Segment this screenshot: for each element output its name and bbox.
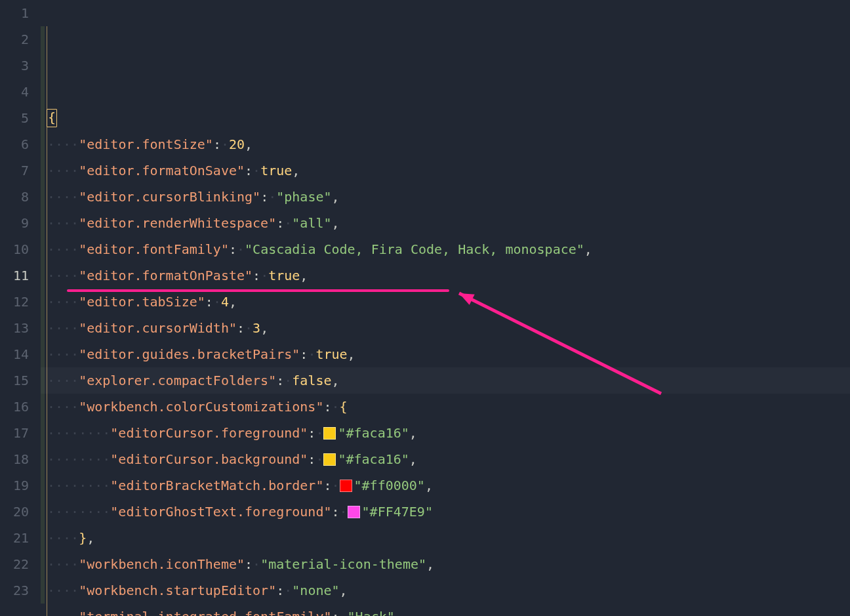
json-colon: : — [276, 210, 284, 236]
json-key: "editor.renderWhitespace" — [79, 210, 276, 236]
line-number: 23 — [0, 577, 29, 604]
line-number: 17 — [0, 420, 29, 446]
json-value: true — [260, 157, 292, 184]
json-value: "none" — [292, 577, 339, 604]
whitespace-indicator: · — [221, 131, 229, 157]
line-number: 18 — [0, 446, 29, 472]
json-comma: , — [245, 131, 253, 157]
json-value: "#faca16" — [338, 446, 409, 472]
json-comma: , — [87, 525, 94, 551]
cursor: { — [47, 109, 57, 127]
json-colon: : — [229, 236, 237, 262]
whitespace-indicator: · — [284, 367, 292, 394]
whitespace-indicator: · — [260, 262, 268, 289]
json-comma: , — [300, 262, 308, 289]
annotation-underline — [67, 289, 449, 292]
code-line[interactable]: ····"editor.cursorBlinking":·"phase", — [41, 184, 850, 210]
line-number: 13 — [0, 315, 29, 341]
color-swatch[interactable] — [323, 427, 336, 440]
code-line[interactable]: ····"editor.cursorWidth":·3, — [41, 315, 850, 341]
json-colon: : — [331, 604, 339, 616]
code-line[interactable]: ····"editor.fontSize":·20, — [41, 131, 850, 157]
whitespace-indicator: ········ — [47, 420, 110, 446]
line-number: 22 — [0, 551, 29, 577]
code-line[interactable]: ····"editor.tabSize":·4, — [41, 289, 850, 315]
code-line[interactable]: ····"terminal.integrated.fontFamily":·"H… — [41, 604, 850, 616]
line-number: 7 — [0, 157, 29, 184]
line-number: 6 — [0, 131, 29, 157]
code-line[interactable]: ····"editor.formatOnPaste":·true, — [41, 262, 850, 289]
whitespace-indicator: · — [213, 289, 221, 315]
json-value: "all" — [292, 210, 331, 236]
json-colon: : — [331, 499, 339, 525]
json-colon: : — [276, 577, 284, 604]
code-editor[interactable]: 1234567891011121314151617181920212223 {·… — [0, 0, 850, 616]
json-value: 3 — [253, 315, 260, 341]
whitespace-indicator: ···· — [47, 341, 79, 367]
json-value: false — [292, 367, 331, 394]
line-number: 4 — [0, 79, 29, 105]
whitespace-indicator: · — [253, 551, 260, 577]
whitespace-indicator: ···· — [47, 604, 79, 616]
json-value: 20 — [229, 131, 245, 157]
json-brace: } — [79, 525, 87, 551]
color-swatch[interactable] — [348, 506, 360, 518]
whitespace-indicator: ···· — [47, 394, 79, 420]
whitespace-indicator: · — [253, 157, 260, 184]
json-key: "editorBracketMatch.border" — [110, 472, 323, 499]
code-line[interactable]: ····"workbench.startupEditor":·"none", — [41, 577, 850, 604]
line-number: 16 — [0, 394, 29, 420]
code-line[interactable]: ········"editorCursor.background":·"#fac… — [41, 446, 850, 472]
line-number: 10 — [0, 236, 29, 262]
json-value: "#FF47E9" — [362, 499, 433, 525]
code-line[interactable]: ····"editor.fontFamily":·"Cascadia Code,… — [41, 236, 850, 262]
line-number: 12 — [0, 289, 29, 315]
color-swatch[interactable] — [323, 453, 336, 466]
whitespace-indicator: ········ — [47, 446, 110, 472]
code-line[interactable]: ····"workbench.colorCustomizations":·{ — [41, 394, 850, 420]
code-line[interactable]: ········"editorCursor.foreground":·"#fac… — [41, 420, 850, 446]
whitespace-indicator: · — [245, 315, 253, 341]
whitespace-indicator: ···· — [47, 236, 79, 262]
line-number: 19 — [0, 472, 29, 499]
whitespace-indicator: ···· — [47, 525, 79, 551]
json-key: "editorCursor.foreground" — [110, 420, 308, 446]
line-number: 20 — [0, 499, 29, 525]
code-line[interactable]: ········"editorBracketMatch.border":·"#f… — [41, 472, 850, 499]
json-comma: , — [260, 315, 268, 341]
code-line[interactable]: ····"workbench.iconTheme":·"material-ico… — [41, 551, 850, 577]
code-line[interactable]: ········"editorGhostText.foreground":·"#… — [41, 499, 850, 525]
color-swatch[interactable] — [340, 480, 352, 492]
json-comma: , — [348, 341, 355, 367]
json-value: "#ff0000" — [354, 472, 425, 499]
json-colon: : — [300, 341, 308, 367]
json-key: "editor.tabSize" — [79, 289, 205, 315]
json-key: "workbench.startupEditor" — [79, 577, 276, 604]
json-colon: : — [245, 551, 253, 577]
json-key: "workbench.iconTheme" — [79, 551, 245, 577]
code-line[interactable]: ····"editor.renderWhitespace":·"all", — [41, 210, 850, 236]
code-line[interactable]: { — [41, 105, 850, 131]
json-key: "terminal.integrated.fontFamily" — [79, 604, 331, 616]
json-colon: : — [323, 472, 331, 499]
json-brace: { — [48, 110, 56, 125]
code-area[interactable]: {····"editor.fontSize":·20,····"editor.f… — [41, 0, 850, 616]
json-comma: , — [332, 210, 340, 236]
whitespace-indicator: · — [284, 210, 292, 236]
code-line[interactable]: ····"editor.formatOnSave":·true, — [41, 157, 850, 184]
json-colon: : — [323, 394, 331, 420]
code-line[interactable]: ····}, — [41, 525, 850, 551]
json-value: "#faca16" — [338, 420, 409, 446]
whitespace-indicator: ···· — [47, 577, 79, 604]
code-line[interactable]: ····"editor.guides.bracketPairs":·true, — [41, 341, 850, 367]
json-comma: , — [332, 184, 340, 210]
line-number: 8 — [0, 184, 29, 210]
json-brace: { — [340, 394, 348, 420]
code-line[interactable]: ····"explorer.compactFolders":·false, — [41, 367, 850, 394]
json-colon: : — [205, 289, 213, 315]
json-comma: , — [409, 420, 417, 446]
json-comma: , — [395, 604, 403, 616]
json-key: "editor.cursorWidth" — [79, 315, 237, 341]
whitespace-indicator: · — [340, 604, 348, 616]
whitespace-indicator: ···· — [47, 289, 79, 315]
